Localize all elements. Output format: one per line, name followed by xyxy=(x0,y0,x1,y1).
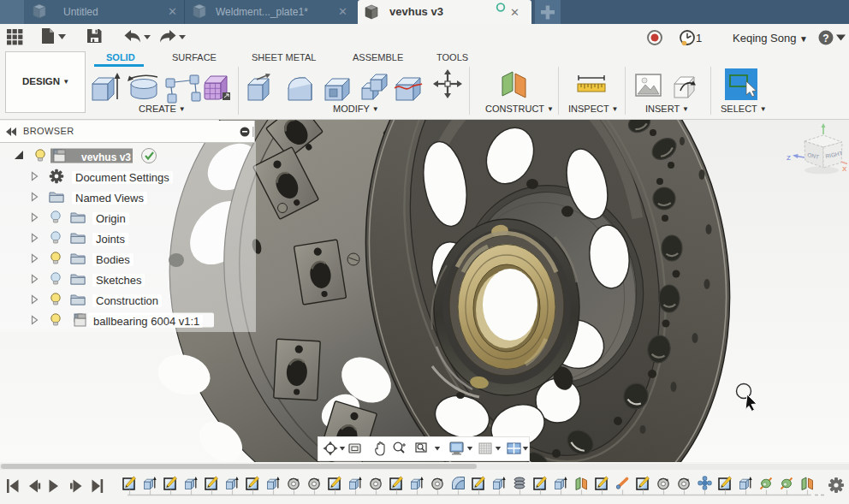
svg-text:?: ? xyxy=(822,33,828,44)
svg-text:1: 1 xyxy=(696,32,702,44)
svg-text:Z: Z xyxy=(787,154,791,162)
svg-text:X: X xyxy=(842,165,847,173)
